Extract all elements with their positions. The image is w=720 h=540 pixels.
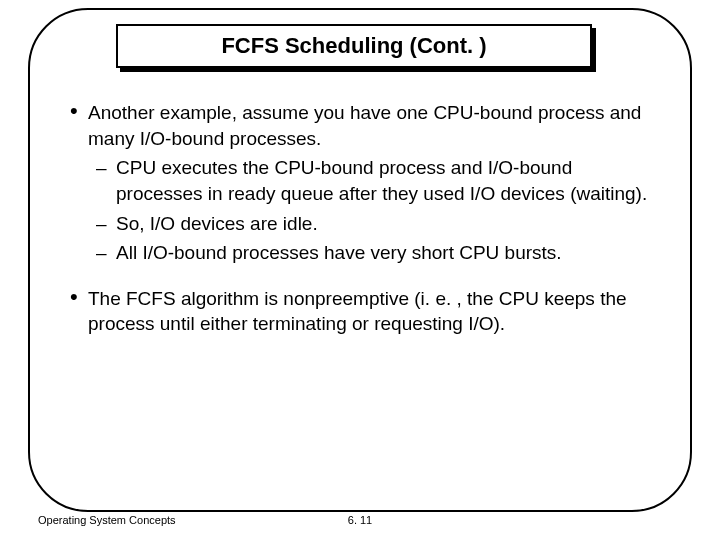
footer-page-number: 6. 11 xyxy=(0,514,720,526)
sub-item: All I/O-bound processes have very short … xyxy=(88,240,650,266)
sub-text: So, I/O devices are idle. xyxy=(116,213,318,234)
bullet-item: The FCFS algorithm is nonpreemptive (i. … xyxy=(70,286,650,337)
bullet-text: The FCFS algorithm is nonpreemptive (i. … xyxy=(88,288,627,335)
slide: FCFS Scheduling (Cont. ) Another example… xyxy=(0,0,720,540)
sub-text: CPU executes the CPU-bound process and I… xyxy=(116,157,647,204)
bullet-text: Another example, assume you have one CPU… xyxy=(88,102,641,149)
sub-text: All I/O-bound processes have very short … xyxy=(116,242,562,263)
bullet-item: Another example, assume you have one CPU… xyxy=(70,100,650,266)
slide-content: Another example, assume you have one CPU… xyxy=(70,100,650,357)
sub-item: So, I/O devices are idle. xyxy=(88,211,650,237)
sub-item: CPU executes the CPU-bound process and I… xyxy=(88,155,650,206)
slide-title: FCFS Scheduling (Cont. ) xyxy=(221,33,486,59)
title-box: FCFS Scheduling (Cont. ) xyxy=(116,24,592,68)
